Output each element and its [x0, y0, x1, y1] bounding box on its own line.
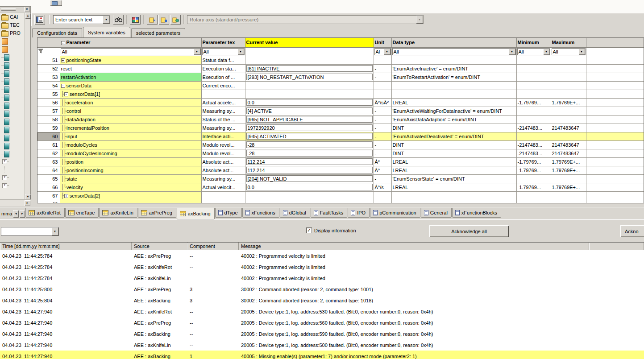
object-tab[interactable]: FaultTasks: [311, 208, 348, 218]
row-number[interactable]: 62: [37, 149, 60, 157]
time-column-header[interactable]: Time [dd.mm.yy h:m:s:ms]: [0, 243, 132, 250]
object-tab[interactable]: xFunctionBlocks: [452, 208, 501, 218]
parameter-name-cell[interactable]: │├position: [60, 157, 201, 166]
parameter-row[interactable]: 60 │├input Interface acti... [945] ACTIV…: [37, 132, 644, 140]
tree-item[interactable]: [0, 53, 25, 61]
row-number[interactable]: 66: [37, 183, 60, 191]
row-number[interactable]: 52: [37, 64, 60, 73]
current-value-field[interactable]: -28: [246, 141, 373, 148]
object-tab[interactable]: dGlobal: [280, 208, 310, 218]
filter-funnel-cell[interactable]: [37, 47, 60, 56]
current-value-field[interactable]: [945] ACTIVATED: [246, 133, 373, 140]
parameter-row[interactable]: 68: [37, 200, 644, 203]
tree-item[interactable]: [0, 182, 25, 190]
parameter-row[interactable]: 56 │├acceleration Actual accele... 0.0 Â…: [37, 98, 644, 107]
tree-item[interactable]: [0, 109, 25, 117]
export-button-1[interactable]: [147, 15, 158, 25]
maximum-filter-dropdown[interactable]: All▼: [552, 48, 586, 55]
row-number[interactable]: 64: [37, 166, 60, 174]
tree-item[interactable]: [0, 69, 25, 77]
tree-horizontal-scrollbar[interactable]: ►: [0, 199, 31, 206]
message-column-header[interactable]: Message: [239, 243, 589, 250]
parameter-name-cell[interactable]: │├acceleration: [60, 98, 201, 107]
current-value-field[interactable]: [246, 192, 373, 199]
expert-list-button[interactable]: [34, 15, 45, 25]
tree-vertical-scrollbar[interactable]: ▲ ▼: [25, 13, 30, 200]
tree-item[interactable]: CAI: [0, 13, 25, 21]
parameter-row[interactable]: 58 │├dataAdaption Status of the ... [965…: [37, 115, 644, 124]
parameter-row[interactable]: 54 -sensorData Current enco...: [37, 81, 644, 90]
component-column-header[interactable]: Component: [187, 243, 239, 250]
panel-header[interactable]: ×: [0, 7, 30, 12]
row-number[interactable]: 58: [37, 115, 60, 124]
view-tab[interactable]: selected parameters: [131, 28, 186, 37]
row-number[interactable]: 51: [37, 56, 60, 64]
row-number[interactable]: 57: [37, 107, 60, 115]
log-row[interactable]: 04.04.23 11:44:25:800 AEE : axPrePreg 3 …: [0, 284, 644, 295]
object-tab[interactable]: pCommunication: [370, 208, 420, 218]
current-value-field[interactable]: [4] ACTIVE: [246, 107, 373, 114]
parameter-name-cell[interactable]: │├state: [60, 174, 201, 183]
parameter-name-cell[interactable]: │└velocity: [60, 183, 201, 191]
acknowledge-button[interactable]: Ackno: [620, 225, 644, 237]
parameter-name-cell[interactable]: reset: [60, 64, 201, 73]
chevron-down-icon[interactable]: ▼: [51, 227, 58, 235]
object-tab[interactable]: dType: [215, 208, 242, 218]
chevron-down-icon[interactable]: ▼: [103, 16, 110, 24]
export-button-3[interactable]: [170, 15, 181, 25]
row-number[interactable]: 54: [37, 81, 60, 90]
row-number[interactable]: 63: [37, 157, 60, 166]
parameter-row[interactable]: 67 ├+sensorData[2]: [37, 191, 644, 200]
object-tab[interactable]: axKnifeLin: [99, 208, 137, 218]
object-tab[interactable]: General: [421, 208, 452, 218]
chevron-down-icon[interactable]: ▼: [237, 49, 244, 55]
current-value-field[interactable]: 112.214: [246, 167, 373, 173]
tree-item[interactable]: [0, 45, 25, 53]
current-value-field[interactable]: [246, 57, 373, 63]
parameter-row[interactable]: 59 │├incrementalPosition Measuring sy...…: [37, 124, 644, 132]
close-icon[interactable]: ×: [24, 7, 29, 12]
row-number[interactable]: 53: [37, 73, 60, 81]
parameter-name-cell[interactable]: │├positionIncoming: [60, 166, 201, 174]
unit-filter-dropdown[interactable]: Al▼: [374, 48, 391, 55]
row-number[interactable]: 55: [37, 90, 60, 98]
view-tab[interactable]: Configuration data: [32, 28, 82, 37]
parameter-text-column-header[interactable]: Parameter tex: [201, 38, 245, 47]
object-tab[interactable]: IPO: [348, 208, 370, 218]
data-type-column-header[interactable]: Data type: [391, 38, 516, 47]
view-tab[interactable]: System variables: [83, 27, 130, 37]
parameter-text-filter-dropdown[interactable]: All▼: [202, 48, 245, 55]
tree-item[interactable]: [0, 37, 25, 45]
current-value-field[interactable]: [61] INACTIVE: [246, 65, 373, 72]
object-tab[interactable]: axKnifeRot: [25, 208, 65, 218]
parameter-row[interactable]: 51 +positioningState Status data f...: [37, 56, 644, 64]
chevron-down-icon[interactable]: ▼: [384, 49, 391, 55]
parameter-row[interactable]: 57 │├control Measuring sy... [4] ACTIVE …: [37, 107, 644, 115]
chevron-down-icon[interactable]: ▼: [194, 49, 200, 55]
log-row[interactable]: 04.04.23 11:44:25:784 AEE : axPrePreg --…: [0, 250, 644, 261]
maximum-column-header[interactable]: Maximum: [551, 38, 586, 47]
current-value-field[interactable]: 1972392920: [246, 124, 373, 131]
tree-item[interactable]: [0, 77, 25, 85]
current-value-field[interactable]: [246, 201, 373, 203]
export-button-2[interactable]: [158, 15, 169, 25]
tree-item[interactable]: [0, 85, 25, 93]
parameter-row[interactable]: 52 reset Execution sta... [61] INACTIVE …: [37, 64, 644, 73]
current-value-filter-cell[interactable]: [245, 47, 374, 56]
log-row[interactable]: 04.04.23 11:44:27:940 AEE : axBacking 1 …: [0, 351, 644, 359]
collapse-icon[interactable]: -: [61, 41, 65, 45]
tree-item[interactable]: [0, 173, 25, 182]
object-tab[interactable]: axBacking: [177, 208, 215, 219]
tree-item[interactable]: [0, 93, 25, 101]
current-value-field[interactable]: [293] NO_RESTART_ACTIVATION: [246, 74, 373, 80]
parameter-column-header[interactable]: -Parameter: [60, 38, 201, 47]
tree-item[interactable]: [0, 149, 25, 157]
tree-item[interactable]: [0, 141, 25, 149]
parameter-name-cell[interactable]: ├+sensorData[2]: [60, 191, 201, 200]
parameter-name-cell[interactable]: restartActivation: [60, 73, 201, 81]
object-tab[interactable]: axPrePreg: [138, 208, 176, 218]
parameter-name-cell[interactable]: ├-sensorData[1]: [60, 90, 201, 98]
tree-item[interactable]: [0, 61, 25, 69]
row-number[interactable]: 61: [37, 140, 60, 149]
row-number[interactable]: 65: [37, 174, 60, 183]
